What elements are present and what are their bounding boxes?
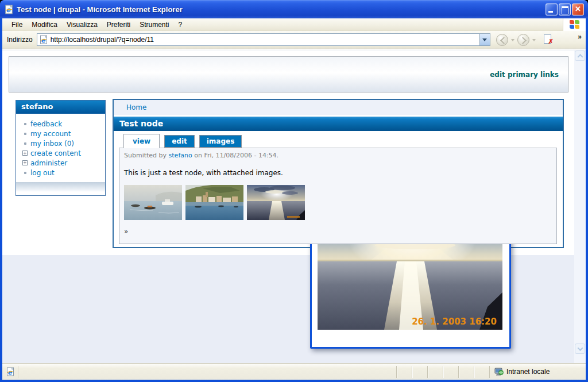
menu-strumenti[interactable]: Strumenti [135, 19, 173, 30]
bullet-icon [24, 172, 26, 174]
thumbnail-boats-photo[interactable] [124, 185, 182, 220]
ie-app-icon [4, 5, 14, 14]
intranet-zone-icon [494, 367, 504, 376]
browser-window: Test node | drupal - Microsoft Internet … [0, 0, 588, 382]
window-title: Test node | drupal - Microsoft Internet … [17, 5, 546, 14]
minimize-button-icon[interactable] [546, 3, 558, 16]
node-tabs: view edit images [114, 131, 563, 148]
status-page-icon [6, 367, 15, 376]
bullet-icon [24, 133, 26, 135]
forward-button-icon[interactable] [517, 34, 529, 46]
breadcrumb-home-link[interactable]: Home [126, 103, 146, 111]
main-content: Home Test node view edit images Submitte… [113, 99, 564, 248]
attached-images-row [124, 185, 552, 220]
security-zone-pane: Intranet locale [489, 366, 586, 378]
menu-visualizza[interactable]: Visualizza [62, 19, 102, 30]
node-body-text: This is just a test node, with attached … [124, 169, 552, 177]
maximize-button-icon[interactable] [559, 3, 571, 16]
title-bar: Test node | drupal - Microsoft Internet … [0, 0, 588, 18]
windows-logo-icon [570, 20, 580, 29]
tab-view[interactable]: view [123, 134, 160, 148]
menu-file[interactable]: File [7, 19, 27, 30]
node-content-box: Submitted by stefano on Fri, 11/08/2006 … [119, 148, 557, 244]
thumbnail-village-photo[interactable] [185, 185, 243, 220]
close-button-icon[interactable] [572, 3, 584, 16]
forward-dropdown-icon[interactable] [532, 39, 536, 43]
thumbnail-sunset-photo[interactable] [247, 185, 305, 220]
expand-plus-icon[interactable] [22, 160, 28, 165]
sidebar-item-log-out[interactable]: log out [16, 168, 105, 178]
read-more-link[interactable]: » [124, 227, 552, 236]
menu-preferiti[interactable]: Preferiti [102, 19, 135, 30]
sidebar-item-create-content[interactable]: create content [16, 148, 105, 158]
menu-bar: File Modifica Visualizza Preferiti Strum… [2, 18, 586, 31]
address-bar: Indirizzo http://localhost/drupal/?q=nod… [2, 31, 586, 48]
menu-help[interactable]: ? [174, 19, 187, 30]
sidebar-item-my-inbox[interactable]: my inbox (0) [16, 138, 105, 148]
bullet-icon [24, 142, 26, 145]
status-bar: Intranet locale [2, 363, 586, 380]
windows-logo-pane [563, 18, 586, 31]
tab-images[interactable]: images [199, 135, 242, 148]
expand-plus-icon[interactable] [22, 151, 28, 156]
back-button-icon[interactable] [496, 34, 508, 46]
breadcrumb: Home [114, 100, 563, 115]
sidebar-item-my-account[interactable]: my account [16, 129, 105, 138]
toolbar-overflow-icon[interactable]: » [578, 33, 581, 41]
scroll-down-icon[interactable] [575, 344, 585, 354]
page-icon [39, 35, 48, 44]
menu-modifica[interactable]: Modifica [27, 19, 62, 30]
browser-viewport: edit primary links stefano feedback my a… [2, 51, 586, 363]
site-header: edit primary links [9, 56, 568, 92]
status-page-pane [2, 366, 18, 378]
photo-timestamp: 26. 1. 2003 16:20 [412, 317, 497, 327]
sidebar-user-block: stefano feedback my account my inbox (0)… [16, 100, 106, 196]
address-input[interactable]: http://localhost/drupal/?q=node/11 [37, 33, 490, 46]
url-text[interactable]: http://localhost/drupal/?q=node/11 [51, 36, 479, 44]
stop-button-icon[interactable]: ✗ [542, 34, 554, 45]
page-title: Test node [114, 117, 563, 131]
tab-edit[interactable]: edit [164, 135, 195, 148]
scroll-up-icon[interactable] [575, 51, 585, 61]
edit-primary-links-link[interactable]: edit primary links [490, 71, 559, 79]
sidebar-item-feedback[interactable]: feedback [16, 119, 105, 129]
address-dropdown-icon[interactable] [479, 34, 490, 45]
sidebar-footer-gradient [16, 182, 105, 192]
address-label: Indirizzo [7, 36, 33, 44]
back-dropdown-icon[interactable] [511, 39, 514, 43]
submitted-line: Submitted by stefano on Fri, 11/08/2006 … [124, 152, 552, 159]
zone-label: Intranet locale [506, 368, 550, 376]
sidebar-item-administer[interactable]: administer [16, 158, 105, 168]
sidebar-block-title: stefano [16, 101, 105, 114]
author-link[interactable]: stefano [169, 152, 192, 159]
vertical-scrollbar[interactable] [574, 51, 586, 363]
bullet-icon [24, 123, 26, 125]
